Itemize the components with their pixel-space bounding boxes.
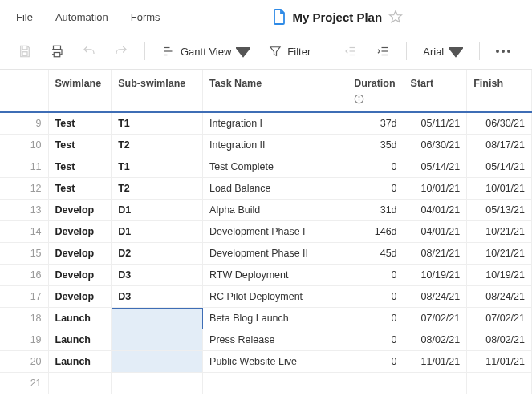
page-title[interactable]: My Project Plan bbox=[292, 10, 382, 24]
cell-task[interactable]: Press Release bbox=[203, 329, 347, 351]
cell-start[interactable]: 07/02/21 bbox=[404, 308, 467, 329]
cell-finish[interactable]: 06/30/21 bbox=[467, 112, 532, 135]
info-icon[interactable] bbox=[354, 94, 364, 104]
header-task[interactable]: Task Name bbox=[203, 70, 347, 112]
row-number[interactable]: 21 bbox=[0, 373, 48, 394]
outdent-button[interactable] bbox=[340, 41, 361, 62]
cell-finish[interactable] bbox=[467, 373, 532, 394]
cell-finish[interactable]: 05/13/21 bbox=[467, 200, 532, 221]
row-number[interactable]: 10 bbox=[0, 135, 48, 156]
cell-duration[interactable]: 146d bbox=[347, 221, 404, 243]
row-number[interactable]: 14 bbox=[0, 221, 48, 243]
cell-task[interactable]: Test Complete bbox=[203, 156, 347, 178]
cell-finish[interactable]: 10/21/21 bbox=[467, 221, 532, 243]
cell-finish[interactable]: 08/17/21 bbox=[467, 135, 532, 156]
header-rownum[interactable] bbox=[0, 70, 48, 112]
menu-automation[interactable]: Automation bbox=[55, 11, 108, 23]
cell-swimlane[interactable]: Launch bbox=[48, 329, 112, 351]
cell-task[interactable]: Integration II bbox=[203, 135, 347, 156]
header-duration[interactable]: Duration bbox=[347, 70, 404, 112]
cell-sub-swimlane[interactable] bbox=[112, 351, 203, 373]
cell-duration[interactable]: 0 bbox=[347, 178, 404, 200]
cell-swimlane[interactable]: Develop bbox=[48, 265, 112, 286]
cell-finish[interactable]: 08/24/21 bbox=[467, 286, 532, 308]
font-selector[interactable]: Arial bbox=[420, 41, 466, 62]
cell-sub-swimlane[interactable]: D1 bbox=[112, 221, 203, 243]
cell-duration[interactable]: 0 bbox=[347, 156, 404, 178]
more-actions-button[interactable] bbox=[493, 46, 514, 56]
cell-swimlane[interactable]: Develop bbox=[48, 221, 112, 243]
header-swimlane[interactable]: Swimlane bbox=[48, 70, 112, 112]
cell-duration[interactable]: 37d bbox=[347, 112, 404, 135]
cell-start[interactable]: 11/01/21 bbox=[404, 351, 467, 373]
cell-start[interactable]: 08/24/21 bbox=[404, 286, 467, 308]
cell-start[interactable]: 05/14/21 bbox=[404, 156, 467, 178]
cell-task[interactable]: Public Website Live bbox=[203, 351, 347, 373]
header-sub-swimlane[interactable]: Sub-swimlane bbox=[112, 70, 203, 112]
cell-swimlane[interactable]: Test bbox=[48, 156, 112, 178]
filter-button[interactable]: Filter bbox=[265, 41, 314, 62]
cell-start[interactable]: 06/30/21 bbox=[404, 135, 467, 156]
cell-finish[interactable]: 10/19/21 bbox=[467, 265, 532, 286]
save-button[interactable] bbox=[14, 41, 35, 62]
cell-swimlane[interactable]: Launch bbox=[48, 351, 112, 373]
row-number[interactable]: 18 bbox=[0, 308, 48, 329]
cell-duration[interactable] bbox=[347, 373, 404, 394]
cell-swimlane[interactable]: Launch bbox=[48, 308, 112, 329]
cell-swimlane[interactable] bbox=[48, 373, 112, 394]
cell-sub-swimlane[interactable]: T2 bbox=[112, 178, 203, 200]
undo-button[interactable] bbox=[79, 41, 99, 62]
cell-sub-swimlane[interactable]: T2 bbox=[112, 135, 203, 156]
cell-task[interactable] bbox=[203, 373, 347, 394]
row-number[interactable]: 15 bbox=[0, 243, 48, 265]
cell-duration[interactable]: 0 bbox=[347, 308, 404, 329]
cell-start[interactable]: 08/21/21 bbox=[404, 243, 467, 265]
cell-finish[interactable]: 05/14/21 bbox=[467, 156, 532, 178]
header-finish[interactable]: Finish bbox=[467, 70, 532, 112]
cell-duration[interactable]: 31d bbox=[347, 200, 404, 221]
cell-swimlane[interactable]: Test bbox=[48, 112, 112, 135]
cell-swimlane[interactable]: Develop bbox=[48, 243, 112, 265]
header-start[interactable]: Start bbox=[404, 70, 467, 112]
row-number[interactable]: 9 bbox=[0, 112, 48, 135]
menu-file[interactable]: File bbox=[16, 11, 33, 23]
cell-swimlane[interactable]: Develop bbox=[48, 286, 112, 308]
row-number[interactable]: 20 bbox=[0, 351, 48, 373]
cell-sub-swimlane[interactable]: T1 bbox=[112, 112, 203, 135]
row-number[interactable]: 12 bbox=[0, 178, 48, 200]
print-button[interactable] bbox=[47, 41, 67, 62]
cell-task[interactable]: Load Balance bbox=[203, 178, 347, 200]
row-number[interactable]: 11 bbox=[0, 156, 48, 178]
cell-task[interactable]: Beta Blog Launch bbox=[203, 308, 347, 329]
cell-duration[interactable]: 45d bbox=[347, 243, 404, 265]
cell-sub-swimlane[interactable] bbox=[112, 308, 203, 329]
cell-start[interactable]: 04/01/21 bbox=[404, 221, 467, 243]
row-number[interactable]: 16 bbox=[0, 265, 48, 286]
cell-finish[interactable]: 10/01/21 bbox=[467, 178, 532, 200]
cell-start[interactable]: 04/01/21 bbox=[404, 200, 467, 221]
cell-start[interactable]: 10/01/21 bbox=[404, 178, 467, 200]
row-number[interactable]: 19 bbox=[0, 329, 48, 351]
cell-start[interactable] bbox=[404, 373, 467, 394]
view-selector[interactable]: Gantt View bbox=[158, 41, 254, 62]
cell-sub-swimlane[interactable]: D3 bbox=[112, 265, 203, 286]
row-number[interactable]: 17 bbox=[0, 286, 48, 308]
cell-finish[interactable]: 07/02/21 bbox=[467, 308, 532, 329]
cell-task[interactable]: Development Phase I bbox=[203, 221, 347, 243]
cell-task[interactable]: Development Phase II bbox=[203, 243, 347, 265]
cell-task[interactable]: Alpha Build bbox=[203, 200, 347, 221]
cell-finish[interactable]: 11/01/21 bbox=[467, 351, 532, 373]
cell-start[interactable]: 05/11/21 bbox=[404, 112, 467, 135]
cell-start[interactable]: 08/02/21 bbox=[404, 329, 467, 351]
cell-duration[interactable]: 0 bbox=[347, 329, 404, 351]
cell-finish[interactable]: 10/21/21 bbox=[467, 243, 532, 265]
menu-forms[interactable]: Forms bbox=[131, 11, 160, 23]
cell-swimlane[interactable]: Test bbox=[48, 178, 112, 200]
cell-sub-swimlane[interactable]: D3 bbox=[112, 286, 203, 308]
cell-swimlane[interactable]: Develop bbox=[48, 200, 112, 221]
cell-duration[interactable]: 0 bbox=[347, 351, 404, 373]
favorite-star-icon[interactable] bbox=[388, 10, 403, 24]
redo-button[interactable] bbox=[111, 41, 132, 62]
cell-start[interactable]: 10/19/21 bbox=[404, 265, 467, 286]
cell-finish[interactable]: 08/02/21 bbox=[467, 329, 532, 351]
